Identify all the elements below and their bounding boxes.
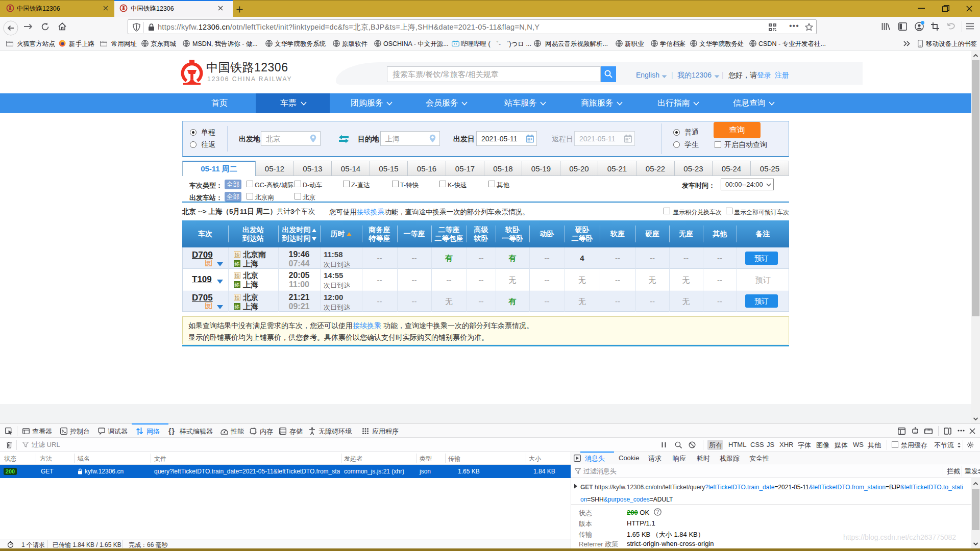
- svg-text:?: ?: [656, 509, 659, 515]
